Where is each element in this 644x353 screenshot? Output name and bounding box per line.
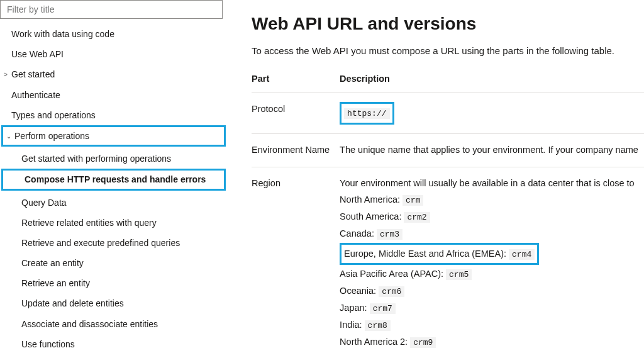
- nav-item-label: Get started with performing operations: [21, 153, 171, 164]
- nav-item[interactable]: Create an entity: [0, 253, 227, 273]
- code-protocol: https://: [344, 108, 389, 119]
- page-lede: To access the Web API you must compose a…: [252, 45, 644, 56]
- nav-item-label: Query Data: [21, 197, 67, 208]
- region-line: India: crm8: [340, 317, 641, 333]
- region-line: United Kingdom: crm11: [340, 350, 641, 353]
- highlight-nav-item: Compose HTTP requests and handle errors: [1, 169, 226, 190]
- nav-item-label: Types and operations: [11, 109, 96, 121]
- nav-item-label: Use functions: [21, 339, 75, 350]
- th-part: Part: [252, 69, 340, 93]
- region-line-inner: Asia Pacific Area (APAC): crm5: [340, 269, 472, 279]
- cell-part-envname: Environment Name: [252, 133, 340, 167]
- nav-item-label: Create an entity: [21, 257, 84, 269]
- filter-input[interactable]: [0, 0, 223, 19]
- sidebar: Work with data using codeUse Web API>Get…: [0, 0, 228, 353]
- chevron-right-icon: >: [3, 70, 9, 79]
- region-line-inner: Canada: crm3: [340, 228, 402, 238]
- nav-item[interactable]: Get started with performing operations: [0, 148, 227, 169]
- region-code: crm: [402, 195, 423, 206]
- main-content: Web API URL and versions To access the W…: [228, 0, 644, 353]
- region-label: Japan:: [340, 303, 370, 313]
- nav-item-label: Use Web API: [11, 48, 64, 60]
- url-parts-table: Part Description Protocol https:// Envir…: [252, 69, 644, 353]
- region-line-inner: Japan: crm7: [340, 303, 396, 313]
- highlight-region-line: Europe, Middle East and Africa (EMEA): c…: [340, 243, 539, 265]
- nav-item[interactable]: Update and delete entities: [0, 293, 227, 313]
- cell-desc-protocol: https://: [340, 93, 644, 134]
- region-line: North America: crm: [340, 191, 641, 208]
- region-intro: Your environment will usually be availab…: [340, 176, 641, 191]
- region-line: South America: crm2: [340, 208, 641, 225]
- region-code: crm9: [410, 337, 436, 348]
- cell-desc-envname: The unique name that applies to your env…: [340, 133, 644, 167]
- region-line-inner: Oceania: crm6: [340, 286, 404, 296]
- nav-item-label: Retrieve related entities with query: [21, 217, 157, 228]
- th-desc: Description: [340, 69, 644, 93]
- region-line: Asia Pacific Area (APAC): crm5: [340, 266, 641, 283]
- nav-item[interactable]: >Get started: [0, 64, 227, 84]
- nav-item[interactable]: Retrieve and execute predefined queries: [0, 233, 227, 253]
- region-label: Oceania:: [340, 286, 379, 296]
- page-title: Web API URL and versions: [252, 14, 644, 34]
- nav-item[interactable]: Retrieve related entities with query: [0, 213, 227, 233]
- region-label: Asia Pacific Area (APAC):: [340, 269, 446, 279]
- nav-item[interactable]: Use functions: [0, 334, 227, 353]
- region-line: Oceania: crm6: [340, 283, 641, 300]
- region-line-inner: India: crm8: [340, 320, 391, 330]
- region-line: Canada: crm3: [340, 225, 641, 242]
- region-line: Europe, Middle East and Africa (EMEA): c…: [340, 242, 641, 266]
- region-line: North America 2: crm9: [340, 333, 641, 350]
- region-code: crm7: [370, 303, 396, 314]
- nav-item-label: Authenticate: [11, 89, 60, 101]
- region-label: Canada:: [340, 228, 377, 238]
- nav-item[interactable]: Authenticate: [0, 85, 227, 105]
- nav-item[interactable]: Compose HTTP requests and handle errors: [3, 171, 224, 188]
- region-label: Europe, Middle East and Africa (EMEA):: [344, 249, 509, 259]
- nav-item[interactable]: ⌄Perform operations: [3, 127, 224, 145]
- region-label: North America:: [340, 194, 402, 205]
- region-code: crm2: [404, 212, 430, 223]
- region-label: North America 2:: [340, 337, 410, 347]
- row-protocol: Protocol https://: [252, 93, 644, 134]
- region-code: crm4: [509, 249, 535, 260]
- nav-item-label: Retrieve an entity: [21, 277, 90, 289]
- region-line-inner: North America 2: crm9: [340, 337, 436, 347]
- nav-item-label: Associate and disassociate entities: [21, 318, 158, 330]
- cell-part-protocol: Protocol: [252, 93, 340, 134]
- region-label: South America:: [340, 211, 404, 221]
- highlight-protocol: https://: [340, 102, 394, 125]
- nav-item-label: Perform operations: [14, 130, 89, 142]
- nav-item-label: Work with data using code: [11, 28, 114, 40]
- nav-list[interactable]: Work with data using codeUse Web API>Get…: [0, 21, 227, 353]
- region-code: crm3: [377, 229, 402, 240]
- nav-item-label: Compose HTTP requests and handle errors: [25, 174, 206, 185]
- nav-item-label: Retrieve and execute predefined queries: [21, 237, 180, 249]
- row-envname: Environment Name The unique name that ap…: [252, 133, 644, 167]
- row-region: Region Your environment will usually be …: [252, 167, 644, 353]
- cell-part-region: Region: [252, 167, 340, 353]
- region-code: crm5: [446, 269, 472, 280]
- cell-desc-region: Your environment will usually be availab…: [340, 167, 644, 353]
- region-line-inner: North America: crm: [340, 194, 423, 205]
- filter-container: [0, 0, 227, 21]
- nav-item-label: Get started: [11, 69, 55, 80]
- nav-item[interactable]: Associate and disassociate entities: [0, 314, 227, 334]
- region-line: Japan: crm7: [340, 300, 641, 317]
- chevron-down-icon: ⌄: [6, 132, 12, 140]
- region-code: crm8: [365, 320, 391, 331]
- nav-item[interactable]: Query Data: [0, 193, 227, 213]
- highlight-nav-item: ⌄Perform operations: [1, 125, 226, 147]
- nav-item[interactable]: Retrieve an entity: [0, 273, 227, 293]
- nav-item[interactable]: Work with data using code: [0, 24, 227, 44]
- region-label: India:: [340, 320, 365, 330]
- region-line-inner: South America: crm2: [340, 211, 430, 221]
- region-code: crm6: [379, 286, 404, 297]
- nav-item[interactable]: Types and operations: [0, 105, 227, 125]
- nav-item-label: Update and delete entities: [21, 298, 124, 309]
- nav-item[interactable]: Use Web API: [0, 44, 227, 64]
